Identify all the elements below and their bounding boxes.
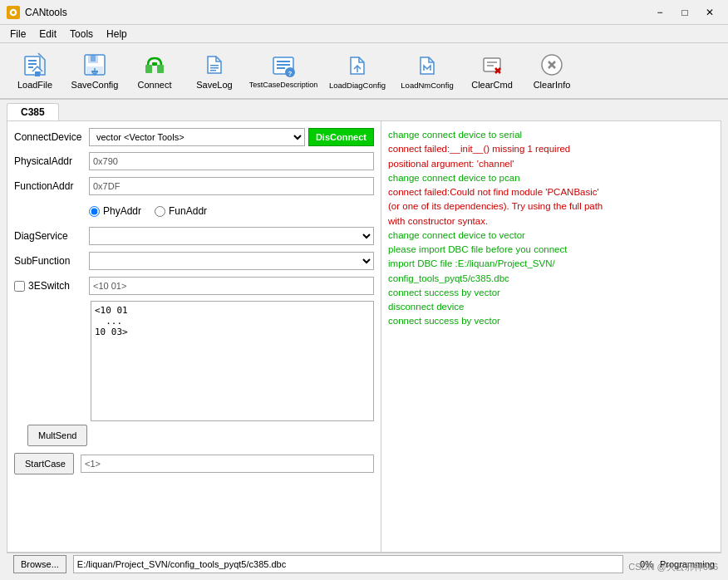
phy-addr-radio-text: PhyAddr [103, 205, 141, 217]
clearcmd-button[interactable]: ClearCmd [464, 47, 520, 95]
send-textarea[interactable]: <10 01 ... 10 03> [91, 301, 374, 421]
svg-rect-14 [210, 70, 216, 71]
phy-addr-radio-label[interactable]: PhyAddr [89, 205, 141, 217]
loadfile-icon [22, 52, 48, 78]
addr-type-group: PhyAddr FunAddr [89, 205, 374, 217]
physical-addr-label: PhysicalAddr [14, 155, 89, 167]
window-controls: − □ ✕ [648, 3, 721, 22]
loaddiagconfig-label: LoadDiagConfig [329, 81, 386, 90]
testcase-label: TestCaseDescription [249, 81, 318, 89]
tab-c385[interactable]: C385 [7, 103, 59, 120]
testcase-icon: ? [270, 52, 297, 79]
svg-rect-17 [277, 64, 290, 66]
svg-rect-4 [28, 63, 37, 65]
log-line: positional argument: 'channel' [388, 157, 714, 171]
loadnmconfig-button[interactable]: LoadNmConfig [394, 47, 460, 95]
browse-button[interactable]: Browse... [13, 555, 66, 573]
loadfile-label: LoadFile [17, 80, 52, 90]
svg-rect-11 [152, 62, 157, 66]
loadnmconfig-label: LoadNmConfig [401, 81, 453, 90]
app-icon [7, 6, 20, 19]
loaddiagconfig-button[interactable]: LoadDiagConfig [324, 47, 391, 95]
titlebar: CANtools − □ ✕ [0, 0, 728, 25]
log-line: import DBC file :E:/liquan/Project_SVN/ [388, 257, 714, 271]
connect-device-select[interactable]: vector <Vector Tools> [89, 128, 305, 146]
watermark: CSDN @火云邪神666 [628, 561, 718, 573]
savelog-label: SaveLog [196, 80, 232, 90]
function-addr-input[interactable] [89, 177, 374, 195]
menu-help[interactable]: Help [100, 27, 134, 42]
log-line: with constructor syntax. [388, 214, 714, 229]
toolbar: LoadFile SaveConfig Conne [0, 43, 728, 100]
clearinfo-icon [539, 52, 565, 78]
addr-type-row: PhyAddr FunAddr [14, 201, 374, 221]
three-e-row: 3ESwitch [14, 276, 374, 296]
connect-label: Connect [138, 80, 172, 90]
loaddiag-icon [344, 52, 371, 79]
phy-addr-radio[interactable] [89, 206, 100, 217]
svg-text:?: ? [288, 70, 293, 77]
maximize-button[interactable]: □ [673, 3, 696, 22]
log-line: (or one of its dependencies). Try using … [388, 199, 714, 214]
sub-function-select[interactable] [89, 252, 374, 270]
clearinfo-button[interactable]: ClearInfo [524, 47, 580, 95]
start-case-input[interactable] [81, 455, 374, 473]
svg-rect-18 [277, 67, 285, 69]
physical-addr-input[interactable] [89, 152, 374, 170]
diag-service-select[interactable] [89, 227, 374, 245]
log-line: change connect device to serial [388, 128, 714, 142]
main-content: ConnectDevice vector <Vector Tools> DisC… [7, 120, 721, 553]
physical-addr-row: PhysicalAddr [14, 151, 374, 171]
log-line: connect failed:__init__() missing 1 requ… [388, 142, 714, 156]
menu-file[interactable]: File [3, 27, 32, 42]
connect-button[interactable]: Connect [126, 47, 183, 95]
statusbar: Browse... 0% Programming [7, 553, 721, 574]
loadnm-icon [414, 52, 440, 79]
tab-area: C385 [0, 100, 728, 120]
svg-rect-3 [28, 60, 37, 61]
fun-addr-radio-label[interactable]: FunAddr [155, 205, 207, 217]
loadfile-button[interactable]: LoadFile [7, 47, 63, 95]
send-area-row: <10 01 ... 10 03> [14, 301, 374, 421]
three-e-input[interactable] [89, 277, 374, 295]
left-panel: ConnectDevice vector <Vector Tools> DisC… [7, 121, 381, 552]
log-line: disconnect device [388, 300, 714, 314]
log-panel: change connect device to serialconnect f… [381, 121, 721, 552]
three-e-label: 3ESwitch [28, 280, 70, 292]
connect-device-row: ConnectDevice vector <Vector Tools> DisC… [14, 128, 374, 146]
log-line: please import DBC file before you connec… [388, 243, 714, 257]
svg-rect-13 [210, 67, 219, 69]
savelog-icon [201, 52, 228, 78]
testcase-button[interactable]: ? TestCaseDescription [246, 47, 321, 95]
saveconfig-button[interactable]: SaveConfig [66, 47, 123, 95]
sub-function-label: SubFunction [14, 255, 89, 267]
connect-device-label: ConnectDevice [14, 131, 89, 143]
mult-send-button[interactable]: MultSend [27, 425, 87, 446]
diag-service-row: DiagService [14, 226, 374, 246]
svg-rect-16 [277, 61, 290, 62]
log-line: connect failed:Could not find module 'PC… [388, 185, 714, 199]
close-button[interactable]: ✕ [698, 3, 721, 22]
svg-rect-10 [157, 65, 164, 73]
diag-service-label: DiagService [14, 230, 89, 242]
fun-addr-radio-text: FunAddr [169, 205, 207, 217]
mult-send-row: MultSend [14, 425, 374, 446]
filepath-input[interactable] [73, 555, 623, 573]
start-case-button[interactable]: StartCase [14, 453, 74, 474]
menu-tools[interactable]: Tools [63, 27, 100, 42]
three-e-checkbox[interactable] [14, 281, 25, 292]
log-line: change connect device to vector [388, 229, 714, 243]
svg-rect-9 [145, 65, 152, 73]
minimize-button[interactable]: − [648, 3, 671, 22]
send-area-spacer [14, 301, 91, 421]
function-addr-label: FunctionAddr [14, 180, 89, 192]
saveconfig-label: SaveConfig [71, 80, 119, 90]
sub-function-row: SubFunction [14, 251, 374, 271]
three-e-spacer: 3ESwitch [14, 280, 89, 292]
log-line: connect success by vector [388, 314, 714, 328]
savelog-button[interactable]: SaveLog [186, 47, 243, 95]
fun-addr-radio[interactable] [155, 206, 165, 217]
log-line: config_tools_pyqt5/c385.dbc [388, 272, 714, 286]
menu-edit[interactable]: Edit [32, 27, 63, 42]
disconnect-button[interactable]: DisConnect [308, 128, 374, 146]
